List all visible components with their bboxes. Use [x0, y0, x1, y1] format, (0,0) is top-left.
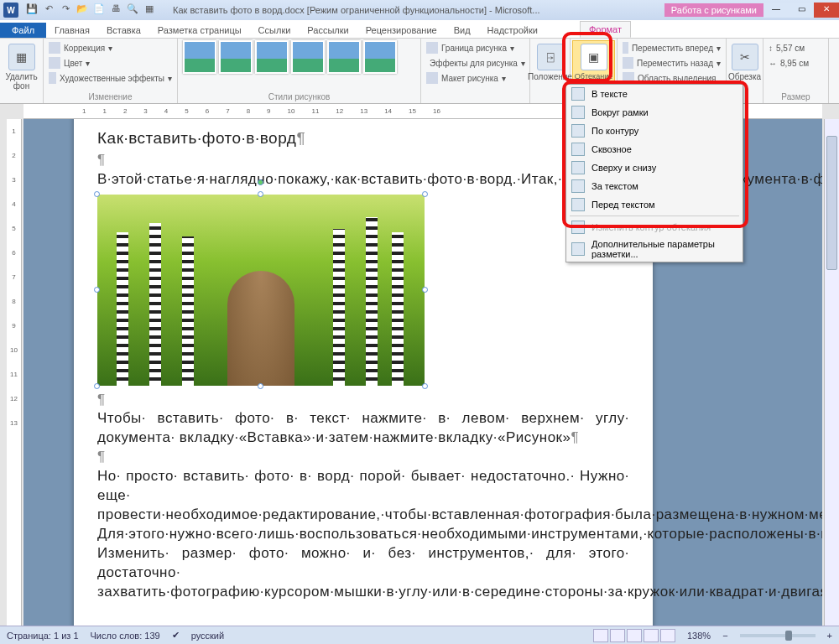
empty-paragraph	[97, 448, 629, 467]
tab-mailings[interactable]: Рассылки	[299, 23, 357, 38]
quick-access-toolbar: 💾 ↶ ↷ 📂 📄 🖶 🔍 ▦	[25, 3, 156, 17]
doc-paragraph: Чтобы· вставить· фото· в· текст· нажмите…	[97, 409, 629, 448]
resize-handle[interactable]	[258, 383, 263, 389]
qat-redo-icon[interactable]: ↷	[59, 3, 72, 17]
resize-handle[interactable]	[422, 383, 428, 389]
status-language[interactable]: русский	[191, 631, 224, 641]
view-print-layout[interactable]	[593, 629, 608, 642]
more-layout-options[interactable]: Дополнительные параметры разметки...	[566, 236, 743, 262]
status-bar: Страница: 1 из 1 Число слов: 139 ✔ русск…	[0, 626, 839, 644]
style-thumb[interactable]	[363, 40, 397, 74]
empty-paragraph	[97, 151, 629, 170]
picture-effects-button[interactable]: Эффекты для рисунка ▾	[426, 55, 524, 70]
file-tab[interactable]: Файл	[0, 23, 46, 38]
wrap-square[interactable]: Вокруг рамки	[566, 103, 743, 122]
qat-print-icon[interactable]: 🖶	[109, 3, 122, 17]
wrap-front[interactable]: Перед текстом	[566, 195, 743, 214]
selection-pane-icon	[623, 72, 634, 84]
picture-border-button[interactable]: Граница рисунка ▾	[426, 40, 524, 55]
style-thumb[interactable]	[183, 40, 216, 74]
status-proofing-icon[interactable]: ✔	[172, 630, 180, 641]
window-close-button[interactable]: ✕	[814, 3, 839, 18]
palette-icon	[49, 57, 60, 69]
qat-save-icon[interactable]: 💾	[25, 3, 39, 17]
picture-layout-button[interactable]: Макет рисунка ▾	[426, 70, 524, 86]
empty-paragraph	[97, 391, 629, 410]
wrap-top-bottom[interactable]: Сверху и снизу	[566, 158, 743, 177]
status-word-count[interactable]: Число слов: 139	[91, 631, 160, 641]
tab-references[interactable]: Ссылки	[250, 23, 300, 38]
height-input[interactable]: ↕ 5,57 см	[769, 40, 823, 55]
menu-separator	[570, 216, 739, 216]
style-thumb[interactable]	[255, 40, 289, 74]
inserted-picture[interactable]	[97, 195, 425, 386]
style-thumb[interactable]	[291, 40, 325, 74]
zoom-out-button[interactable]: −	[722, 631, 727, 641]
remove-background-button[interactable]: ▦ Удалить фон	[5, 40, 38, 94]
artistic-effects-button[interactable]: Художественные эффекты ▾	[49, 70, 172, 86]
tab-view[interactable]: Вид	[446, 23, 479, 38]
view-web[interactable]	[627, 629, 642, 642]
picture-styles-gallery[interactable]	[183, 40, 415, 74]
color-button[interactable]: Цвет ▾	[49, 55, 172, 70]
view-draft[interactable]	[660, 629, 675, 642]
corrections-button[interactable]: Коррекция ▾	[49, 40, 172, 55]
view-full-screen[interactable]	[610, 629, 625, 642]
zoom-in-button[interactable]: +	[827, 631, 832, 641]
doc-paragraph: В·этой·статье·я·наглядно·покажу,·как·вст…	[97, 170, 629, 190]
group-label-size: Размер	[769, 91, 823, 101]
resize-handle[interactable]	[94, 287, 100, 293]
wrap-inline[interactable]: В тексте	[566, 85, 743, 103]
style-thumb[interactable]	[327, 40, 361, 74]
resize-handle[interactable]	[94, 191, 100, 197]
wrap-square-icon	[571, 106, 585, 119]
qat-new-icon[interactable]: 📄	[92, 3, 106, 17]
tab-page-layout[interactable]: Разметка страницы	[149, 23, 250, 38]
wrap-text-icon: ▣	[581, 44, 607, 70]
position-button[interactable]: ⍈ Положение	[535, 40, 565, 85]
send-backward-button[interactable]: Переместить назад ▾	[623, 55, 721, 70]
tab-format[interactable]: Формат	[580, 21, 631, 38]
edit-wrap-points: Изменить контур обтекания	[566, 218, 743, 236]
scrollbar-thumb[interactable]	[826, 136, 837, 270]
zoom-slider[interactable]	[740, 634, 816, 637]
wrap-behind[interactable]: За текстом	[566, 177, 743, 195]
word-app-icon: W	[3, 3, 18, 18]
status-page[interactable]: Страница: 1 из 1	[7, 631, 79, 641]
zoom-level[interactable]: 138%	[687, 631, 711, 641]
tab-addins[interactable]: Надстройки	[479, 23, 546, 38]
qat-table-icon[interactable]: ▦	[143, 3, 156, 17]
bring-forward-icon	[623, 42, 628, 54]
doc-paragraph: Для·этого·нужно·всего·лишь·воспользовать…	[97, 525, 629, 544]
group-label-styles: Стили рисунков	[183, 91, 415, 101]
title-bar: W 💾 ↶ ↷ 📂 📄 🖶 🔍 ▦ Как вставить фото в во…	[0, 0, 839, 20]
window-minimize-button[interactable]: —	[763, 3, 789, 18]
tab-home[interactable]: Главная	[46, 23, 98, 38]
tab-insert[interactable]: Вставка	[98, 23, 149, 38]
edit-points-icon	[571, 221, 585, 234]
vertical-scrollbar[interactable]	[824, 119, 839, 626]
wrap-topbottom-icon	[571, 161, 585, 174]
bring-forward-button[interactable]: Переместить вперед ▾	[623, 40, 721, 55]
resize-handle[interactable]	[94, 383, 100, 389]
view-outline[interactable]	[644, 629, 659, 642]
style-thumb[interactable]	[219, 40, 253, 74]
qat-undo-icon[interactable]: ↶	[42, 3, 55, 17]
crop-button[interactable]: ✂ Обрезка	[732, 40, 758, 85]
width-input[interactable]: ↔ 8,95 см	[769, 55, 823, 70]
vertical-ruler[interactable]: 12345678910111213	[7, 119, 22, 626]
view-buttons	[593, 629, 675, 642]
wrap-behind-icon	[571, 179, 585, 193]
resize-handle[interactable]	[422, 287, 428, 293]
wrap-tight-icon	[571, 124, 585, 138]
window-maximize-button[interactable]: ▭	[789, 3, 814, 18]
rotate-handle[interactable]	[258, 179, 263, 185]
resize-handle[interactable]	[422, 191, 428, 197]
wrap-tight[interactable]: По контуру	[566, 122, 743, 140]
qat-preview-icon[interactable]: 🔍	[126, 3, 139, 17]
resize-handle[interactable]	[258, 191, 263, 197]
layout-icon	[426, 72, 438, 84]
tab-review[interactable]: Рецензирование	[357, 23, 446, 38]
wrap-through[interactable]: Сквозное	[566, 140, 743, 158]
qat-open-icon[interactable]: 📂	[76, 3, 89, 17]
